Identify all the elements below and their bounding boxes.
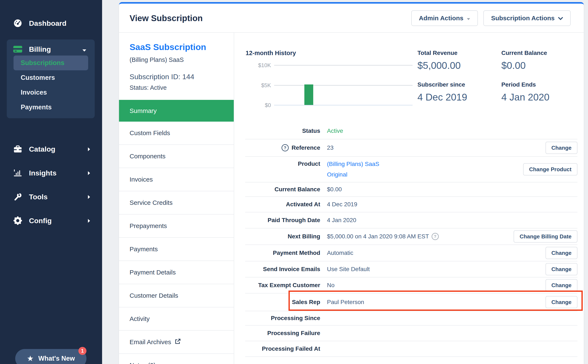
card-header: View Subscription Admin Actions Subscrip… — [119, 4, 584, 33]
gridline-5k — [274, 85, 413, 85]
sidebar-item-billing[interactable]: Billing — [7, 43, 95, 56]
whats-new-label: What's New — [38, 355, 75, 362]
change-billing-date-button[interactable]: Change Billing Date — [514, 230, 577, 243]
admin-actions-label: Admin Actions — [419, 15, 463, 22]
menu-item-service-credits[interactable]: Service Credits — [119, 191, 234, 214]
tax-exempt-value: No — [327, 282, 546, 289]
menu-item-components[interactable]: Components — [119, 145, 234, 168]
row-label: Current Balance — [245, 186, 320, 193]
table-row-send-invoice-emails: Send Invoice Emails Use Site Default Cha… — [245, 261, 577, 277]
sidebar-item-dashboard[interactable]: Dashboard — [0, 16, 102, 31]
sidebar-item-customers[interactable]: Customers — [7, 70, 95, 85]
change-payment-method-button[interactable]: Change — [546, 247, 577, 259]
caret-down-icon — [467, 15, 470, 22]
menu-item-notes[interactable]: Notes (0) — [119, 354, 234, 364]
menu-item-custom-fields[interactable]: Custom Fields — [119, 122, 234, 145]
sidebar-item-config[interactable]: Config — [0, 213, 102, 228]
chevron-down-icon — [82, 45, 87, 53]
stat-current-balance: Current Balance $0.00 — [501, 50, 584, 71]
stat-value: $0.00 — [501, 60, 584, 71]
table-row-activated-at: Activated At 4 Dec 2019 — [245, 197, 577, 212]
row-label: Activated At — [245, 201, 320, 208]
subscription-name-link[interactable]: SaaS Subscription — [130, 42, 225, 52]
row-label: Paid Through Date — [245, 217, 320, 224]
row-label: ? Reference — [245, 144, 320, 151]
menu-item-payment-details[interactable]: Payment Details — [119, 261, 234, 284]
sidebar-item-label: Tools — [29, 193, 47, 201]
menu-item-email-archives[interactable]: Email Archives — [119, 331, 234, 354]
whats-new-button[interactable]: ★ What's New 1 — [15, 349, 87, 364]
table-row-product: Product (Billing Plans) SaaS Original Ch… — [245, 157, 577, 182]
product-version-link[interactable]: Original — [327, 171, 523, 178]
table-row-current-balance: Current Balance $0.00 — [245, 182, 577, 197]
menu-item-label: Activity — [130, 315, 150, 322]
subscription-status-line: Status: Active — [130, 84, 225, 91]
sidebar-item-payments[interactable]: Payments — [7, 100, 95, 115]
product-link[interactable]: (Billing Plans) SaaS — [327, 161, 523, 167]
help-icon[interactable]: ? — [432, 233, 439, 240]
star-icon: ★ — [27, 355, 33, 362]
row-label: Processing Failed At — [245, 345, 320, 352]
menu-item-label: Notes (0) — [130, 362, 156, 364]
summary-content: 12-month History $10K $5K $0 Total Reven… — [235, 33, 584, 364]
subscription-actions-button[interactable]: Subscription Actions — [483, 10, 571, 26]
sidebar-item-label: Catalog — [29, 145, 55, 153]
change-product-button[interactable]: Change Product — [523, 163, 577, 176]
next-billing-value: $5,000.00 on 4 Jan 2020 9:08 AM EST ? — [327, 233, 514, 240]
change-invoice-emails-button[interactable]: Change — [546, 263, 577, 275]
sidebar-item-invoices[interactable]: Invoices — [7, 85, 95, 100]
stat-value: $5,000.00 — [417, 60, 500, 71]
sidebar-item-subscriptions[interactable]: Subscriptions — [13, 56, 88, 70]
admin-actions-button[interactable]: Admin Actions — [411, 10, 478, 26]
wrench-icon — [13, 193, 22, 201]
sidebar-item-label: Customers — [21, 74, 55, 82]
chevron-right-icon — [87, 193, 90, 201]
subscription-info: SaaS Subscription (Billing Plans) SaaS S… — [119, 33, 234, 91]
menu-item-label: Invoices — [130, 176, 153, 183]
current-balance-value: $0.00 — [327, 186, 577, 193]
view-subscription-card: View Subscription Admin Actions Subscrip… — [119, 2, 584, 364]
table-row-processing-failure: Processing Failure — [245, 325, 577, 341]
stat-label: Subscriber since — [417, 81, 500, 88]
sidebar-item-tools[interactable]: Tools — [0, 189, 102, 204]
menu-item-summary[interactable]: Summary — [119, 100, 234, 122]
menu-item-customer-details[interactable]: Customer Details — [119, 284, 234, 307]
page-title: View Subscription — [130, 4, 203, 33]
menu-item-label: Service Credits — [130, 199, 173, 206]
stat-subscriber-since: Subscriber since 4 Dec 2019 — [417, 81, 500, 103]
menu-item-activity[interactable]: Activity — [119, 307, 234, 331]
menu-item-label: Summary — [130, 107, 157, 114]
change-reference-button[interactable]: Change — [546, 142, 577, 154]
change-tax-exempt-button[interactable]: Change — [546, 279, 577, 291]
payment-method-value: Automatic — [327, 250, 546, 256]
status-value: Active — [327, 128, 577, 134]
activated-at-value: 4 Dec 2019 — [327, 201, 577, 208]
bar-chart-icon — [13, 169, 22, 177]
sidebar-item-label: Config — [29, 217, 52, 225]
sidebar-main-items: Catalog Insights — [0, 142, 102, 237]
menu-item-prepayments[interactable]: Prepayments — [119, 214, 234, 238]
menu-item-payments[interactable]: Payments — [119, 238, 234, 261]
chevron-right-icon — [87, 169, 90, 177]
stat-value: 4 Jan 2020 — [501, 91, 584, 103]
sidebar: Dashboard Billing Subscriptions Customer… — [0, 0, 102, 364]
help-icon[interactable]: ? — [281, 144, 289, 151]
sidebar-item-label: Payments — [21, 104, 52, 111]
table-row-processing-since: Processing Since — [245, 311, 577, 325]
sidebar-item-insights[interactable]: Insights — [0, 165, 102, 181]
change-sales-rep-button[interactable]: Change — [546, 296, 577, 308]
stat-label: Total Revenue — [417, 50, 500, 56]
gridline-10k — [274, 65, 413, 65]
menu-item-invoices[interactable]: Invoices — [119, 168, 234, 191]
sidebar-item-label: Invoices — [21, 89, 47, 96]
sidebar-item-label: Insights — [29, 169, 56, 177]
gridline-0 — [274, 105, 413, 105]
twelve-month-history-chart: 12-month History $10K $5K $0 — [245, 33, 427, 124]
subscription-actions-label: Subscription Actions — [491, 15, 555, 22]
stat-period-ends: Period Ends 4 Jan 2020 — [501, 81, 584, 103]
table-row-paid-through-date: Paid Through Date 4 Jan 2020 — [245, 212, 577, 228]
sidebar-item-catalog[interactable]: Catalog — [0, 142, 102, 157]
menu-item-label: Custom Fields — [130, 130, 170, 136]
menu-item-label: Customer Details — [130, 292, 178, 299]
chevron-down-icon — [558, 15, 563, 22]
